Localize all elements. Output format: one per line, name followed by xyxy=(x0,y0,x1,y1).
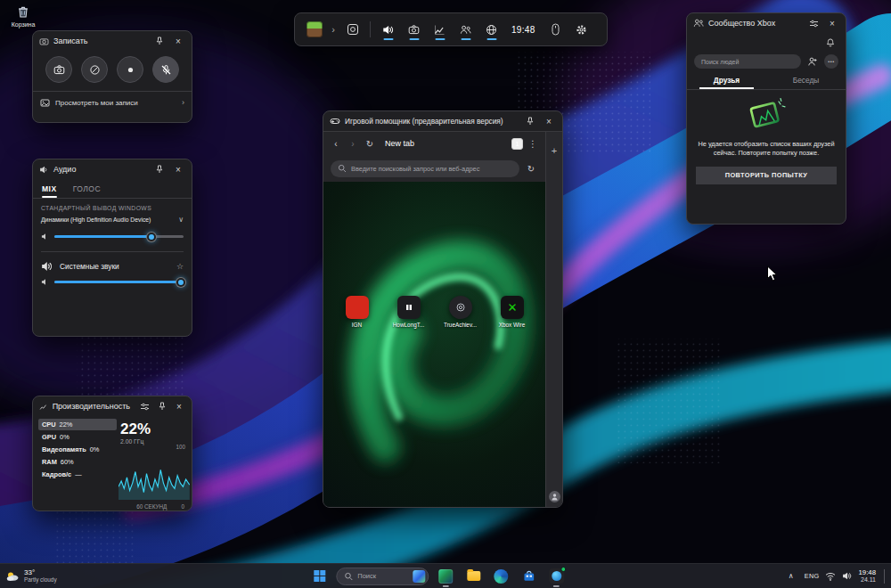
people-search-row: ••• xyxy=(687,49,846,69)
star-icon[interactable]: ☆ xyxy=(176,262,184,271)
mic-mute-button[interactable] xyxy=(152,56,179,83)
globe-icon xyxy=(486,24,497,36)
show-desktop-button[interactable] xyxy=(884,569,886,584)
shortcut-ign[interactable]: IGN xyxy=(337,296,378,328)
forward-icon[interactable]: › xyxy=(346,139,360,149)
game-assistant-window: Игровой помощник (предварительная версия… xyxy=(323,110,563,508)
divider xyxy=(41,251,184,252)
taskbar-gamebar-app[interactable] xyxy=(435,566,456,587)
record-last-moment-button[interactable] xyxy=(81,56,108,83)
close-icon[interactable]: × xyxy=(173,399,185,413)
shortcut-label: IGN xyxy=(352,322,362,328)
system-sounds-row: Системные звуки ☆ xyxy=(33,254,192,273)
tab-friends[interactable]: Друзья xyxy=(687,76,766,89)
retry-button[interactable]: ПОВТОРИТЬ ПОПЫТКУ xyxy=(696,167,837,184)
gamebar-app-icon xyxy=(438,569,453,584)
tab-mix[interactable]: MIX xyxy=(42,184,57,198)
address-bar[interactable] xyxy=(331,160,519,177)
capture-widget-button[interactable] xyxy=(340,17,364,42)
pin-icon[interactable] xyxy=(156,399,168,413)
close-icon[interactable]: × xyxy=(542,114,556,128)
more-options-button[interactable]: ••• xyxy=(824,54,838,69)
recycle-bin-icon xyxy=(15,4,31,20)
metric-row-cpu[interactable]: CPU 22% xyxy=(38,419,117,430)
see-my-captures-label: Просмотреть мои записи xyxy=(55,99,138,107)
capture-panel-header: Записать × xyxy=(33,31,192,51)
new-tab-button[interactable]: + xyxy=(552,145,557,156)
pin-icon[interactable] xyxy=(152,162,167,176)
shortcut-label: Xbox Wire xyxy=(499,322,525,328)
capture-panel: Записать × xyxy=(32,30,192,123)
capture-panel-button[interactable] xyxy=(402,17,426,42)
shortcut-trueachievements[interactable]: TrueAchiev... xyxy=(440,296,481,328)
profile-avatar[interactable] xyxy=(549,491,560,502)
assistant-title: Игровой помощник (предварительная версия… xyxy=(345,117,503,126)
options-sliders-icon[interactable] xyxy=(806,16,821,30)
tab-chats[interactable]: Беседы xyxy=(766,76,846,89)
refresh-icon[interactable]: ↻ xyxy=(524,164,538,174)
shortcut-howlongtobeat[interactable]: HowLongT... xyxy=(388,296,429,328)
taskbar-edge[interactable] xyxy=(490,566,511,587)
taskbar-store[interactable] xyxy=(518,566,539,587)
shortcut-xbox-wire[interactable]: Xbox Wire xyxy=(492,296,533,328)
wifi-icon[interactable] xyxy=(825,572,836,581)
start-button[interactable] xyxy=(308,566,330,587)
pin-icon[interactable] xyxy=(523,114,537,128)
search-icon xyxy=(344,572,353,581)
recycle-bin-shortcut[interactable]: Корзина xyxy=(4,4,43,28)
system-tray: ∧ ENG 19:48 24.11 xyxy=(784,564,886,588)
new-tab-page: IGN HowLongT... TrueAchiev... xyxy=(323,182,545,508)
close-icon[interactable]: × xyxy=(825,16,839,30)
audio-panel-header: Аудио × xyxy=(33,159,192,179)
weather-widget[interactable]: 33° Partly cloudy xyxy=(5,564,57,588)
metric-row-ram[interactable]: RAM 60% xyxy=(38,456,117,468)
close-icon[interactable]: × xyxy=(171,162,185,176)
back-icon[interactable]: ‹ xyxy=(329,139,343,149)
people-search-box[interactable] xyxy=(694,54,801,69)
social-widget-button[interactable] xyxy=(454,17,478,42)
people-icon xyxy=(460,24,471,36)
refresh-icon[interactable]: ↻ xyxy=(363,139,377,149)
people-search-input[interactable] xyxy=(701,59,794,65)
metric-value: 22% xyxy=(60,421,73,429)
address-input[interactable] xyxy=(351,165,512,173)
audio-panel-title: Аудио xyxy=(53,165,76,174)
metric-row-gpu[interactable]: GPU 0% xyxy=(38,431,117,443)
see-my-captures-link[interactable]: Просмотреть мои записи › xyxy=(33,91,192,113)
taskbar-search[interactable] xyxy=(336,568,429,585)
audio-widget-button[interactable] xyxy=(376,17,400,42)
system-volume-slider[interactable] xyxy=(54,281,184,283)
bell-icon[interactable] xyxy=(823,35,838,49)
pin-icon[interactable] xyxy=(152,34,167,48)
cpu-usage-graph xyxy=(119,462,190,500)
settings-button[interactable] xyxy=(569,17,593,42)
screenshot-button[interactable] xyxy=(45,56,72,83)
system-sounds-label: Системные звуки xyxy=(60,262,170,271)
performance-widget-button[interactable] xyxy=(428,17,452,42)
widget-menu-button[interactable] xyxy=(302,17,326,42)
device-volume-slider[interactable] xyxy=(54,235,184,238)
metric-row-fps[interactable]: Кадров/с — xyxy=(38,469,117,480)
tab-voice[interactable]: ГОЛОС xyxy=(73,184,101,198)
volume-icon[interactable] xyxy=(842,571,852,581)
tray-overflow-chevron[interactable]: ∧ xyxy=(784,569,798,584)
close-icon[interactable]: × xyxy=(171,34,185,48)
metric-label: Видеопамять xyxy=(42,445,86,453)
taskbar-file-explorer[interactable] xyxy=(462,566,484,587)
community-widget-button[interactable] xyxy=(479,17,503,42)
language-indicator[interactable]: ENG xyxy=(805,572,820,580)
kebab-menu-icon[interactable]: ⋮ xyxy=(526,139,540,149)
add-friend-icon[interactable] xyxy=(805,54,820,69)
output-device-select[interactable]: Динамики (High Definition Audio Device) … xyxy=(41,216,184,224)
metric-label: Кадров/с xyxy=(42,470,71,478)
tab-counter-button[interactable]: 1 xyxy=(511,138,523,150)
taskbar-clock[interactable]: 19:48 24.11 xyxy=(858,568,876,584)
chevron-down-icon: ∨ xyxy=(178,216,184,224)
taskbar-search-input[interactable] xyxy=(357,572,408,580)
options-sliders-icon[interactable] xyxy=(139,399,151,413)
metric-row-vram[interactable]: Видеопамять 0% xyxy=(38,444,117,455)
performance-panel-header: Производительность × xyxy=(33,396,192,416)
controller-hint-button[interactable] xyxy=(544,17,568,42)
start-recording-button[interactable] xyxy=(117,56,143,83)
taskbar-xbox-app[interactable] xyxy=(545,566,567,587)
